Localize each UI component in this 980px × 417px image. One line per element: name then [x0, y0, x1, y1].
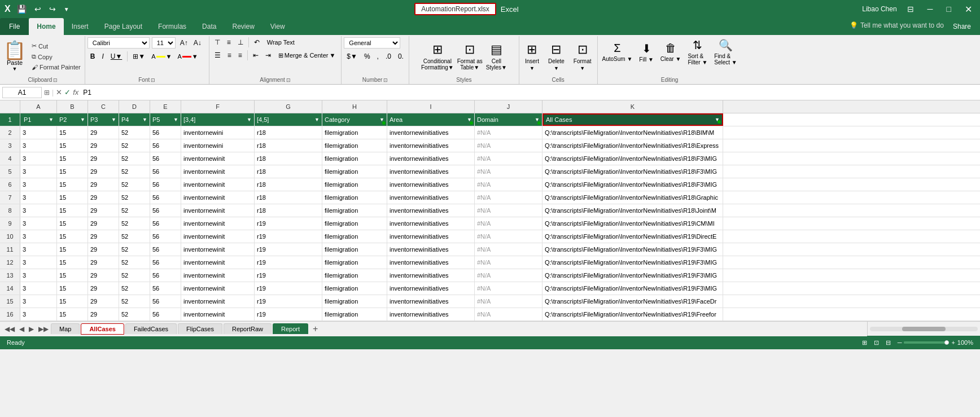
row-header-8[interactable]: 8	[0, 204, 20, 217]
list-item[interactable]: 15	[57, 243, 88, 256]
redo-icon[interactable]: ↪	[49, 5, 56, 14]
list-item[interactable]: 29	[88, 191, 119, 204]
list-item[interactable]: filemigration	[322, 126, 387, 139]
zoom-thumb[interactable]	[944, 340, 949, 345]
list-item[interactable]: 15	[57, 139, 88, 152]
list-item[interactable]: 52	[119, 152, 150, 165]
list-item[interactable]: 56	[150, 178, 181, 191]
maximize-button[interactable]: □	[943, 5, 955, 14]
col-header-a[interactable]: A	[20, 100, 57, 113]
font-size-select[interactable]: 11	[152, 37, 176, 49]
list-item[interactable]: 29	[88, 308, 119, 321]
list-item[interactable]: inventornewinitiatives	[387, 230, 475, 243]
col-header-d[interactable]: D	[119, 100, 150, 113]
tab-review[interactable]: Review	[224, 18, 262, 35]
list-item[interactable]: #N/A	[475, 152, 542, 165]
share-button[interactable]: Share	[953, 18, 971, 35]
autosum-button[interactable]: Σ AutoSum ▼	[600, 41, 635, 63]
row-header-15[interactable]: 15	[0, 295, 20, 308]
list-item[interactable]: r19	[255, 256, 322, 269]
list-item[interactable]: 15	[57, 217, 88, 230]
row-header-2[interactable]: 2	[0, 126, 20, 139]
list-item[interactable]: Q:\transcripts\FileMigration\InventorNew…	[542, 178, 723, 191]
list-item[interactable]: 52	[119, 230, 150, 243]
list-item[interactable]: inventornewinit	[181, 230, 255, 243]
list-item[interactable]: inventornewinit	[181, 152, 255, 165]
page-break-icon[interactable]: ⊟	[886, 339, 891, 346]
list-item[interactable]: inventornewinitiatives	[387, 256, 475, 269]
list-item[interactable]: 15	[57, 230, 88, 243]
list-item[interactable]: filemigration	[322, 217, 387, 230]
scrollbar-thumb[interactable]	[902, 327, 945, 331]
comma-button[interactable]: ,	[374, 51, 382, 62]
list-item[interactable]: inventornewinitiatives	[387, 191, 475, 204]
list-item[interactable]: #N/A	[475, 126, 542, 139]
list-item[interactable]: #N/A	[475, 308, 542, 321]
list-item[interactable]: P2 ▼	[57, 113, 88, 126]
col-header-h[interactable]: H	[322, 100, 387, 113]
list-item[interactable]: inventornewinitiatives	[387, 269, 475, 282]
col-header-b[interactable]: B	[57, 100, 88, 113]
list-item[interactable]: 15	[57, 269, 88, 282]
underline-button[interactable]: U▼	[108, 51, 125, 62]
number-format-select[interactable]: General	[344, 37, 400, 49]
sheet-tab-report[interactable]: Report	[273, 323, 308, 334]
list-item[interactable]: 15	[57, 191, 88, 204]
list-item[interactable]: inventornewinit	[181, 217, 255, 230]
list-item[interactable]: Q:\transcripts\FileMigration\InventorNew…	[542, 230, 723, 243]
list-item[interactable]: 3	[20, 282, 57, 295]
list-item[interactable]: 3	[20, 230, 57, 243]
confirm-formula-icon[interactable]: ✓	[64, 88, 71, 96]
ribbon-display-icon[interactable]: ⊟	[904, 5, 917, 14]
list-item[interactable]: 29	[88, 282, 119, 295]
filter-dropdown-icon[interactable]: ▼	[80, 117, 85, 122]
list-item[interactable]: Q:\transcripts\FileMigration\InventorNew…	[542, 243, 723, 256]
list-item[interactable]: filemigration	[322, 204, 387, 217]
customize-quickaccess-icon[interactable]: ▼	[64, 6, 69, 12]
list-item[interactable]: 52	[119, 139, 150, 152]
list-item[interactable]: r18	[255, 152, 322, 165]
list-item[interactable]: 29	[88, 126, 119, 139]
row-header-4[interactable]: 4	[0, 152, 20, 165]
col-header-g[interactable]: G	[255, 100, 322, 113]
insert-button[interactable]: ⊞ Insert ▼	[522, 40, 542, 73]
list-item[interactable]: Q:\transcripts\FileMigration\InventorNew…	[542, 217, 723, 230]
list-item[interactable]: 3	[20, 165, 57, 178]
list-item[interactable]: 3	[20, 178, 57, 191]
list-item[interactable]: filemigration	[322, 230, 387, 243]
sheet-nav-next-icon[interactable]: ▶	[27, 325, 36, 333]
list-item[interactable]: inventornewinit	[181, 165, 255, 178]
row-header-5[interactable]: 5	[0, 165, 20, 178]
insert-function-icon[interactable]: fx	[73, 88, 78, 96]
row-header-10[interactable]: 10	[0, 230, 20, 243]
row-header-12[interactable]: 12	[0, 256, 20, 269]
zoom-out-icon[interactable]: ─	[898, 339, 902, 346]
list-item[interactable]: r18	[255, 204, 322, 217]
list-item[interactable]: Q:\transcripts\FileMigration\InventorNew…	[542, 126, 723, 139]
list-item[interactable]: r18	[255, 178, 322, 191]
list-item[interactable]: Q:\transcripts\FileMigration\InventorNew…	[542, 152, 723, 165]
list-item[interactable]: All Cases ▼	[542, 113, 723, 126]
list-item[interactable]: Q:\transcripts\FileMigration\InventorNew…	[542, 204, 723, 217]
list-item[interactable]: 56	[150, 139, 181, 152]
list-item[interactable]: 52	[119, 256, 150, 269]
sheet-tab-reportraw[interactable]: ReportRaw	[224, 323, 272, 334]
list-item[interactable]: Q:\transcripts\FileMigration\InventorNew…	[542, 295, 723, 308]
list-item[interactable]: 3	[20, 243, 57, 256]
tab-home[interactable]: Home	[29, 18, 63, 35]
list-item[interactable]: r18	[255, 139, 322, 152]
list-item[interactable]: P4 ▼	[119, 113, 150, 126]
sheet-tab-flipcases[interactable]: FlipCases	[178, 323, 222, 334]
row-header-14[interactable]: 14	[0, 282, 20, 295]
row-header-16[interactable]: 16	[0, 308, 20, 321]
list-item[interactable]: inventornewinit	[181, 178, 255, 191]
sheet-nav-left-icon[interactable]: ◀◀	[2, 325, 17, 333]
list-item[interactable]: 52	[119, 165, 150, 178]
list-item[interactable]: 56	[150, 217, 181, 230]
formula-input[interactable]	[81, 87, 978, 98]
text-direction-button[interactable]: ↶	[251, 37, 262, 47]
list-item[interactable]: 52	[119, 295, 150, 308]
clear-button[interactable]: 🗑 Clear ▼	[658, 41, 684, 63]
list-item[interactable]: inventornewinit	[181, 243, 255, 256]
list-item[interactable]: 29	[88, 217, 119, 230]
